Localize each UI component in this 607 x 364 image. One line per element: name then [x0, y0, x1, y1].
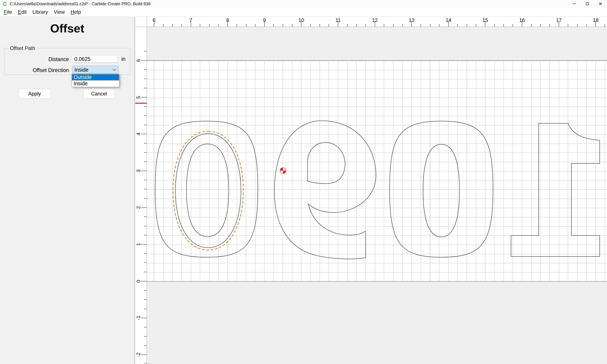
stock-grid-area: [147, 60, 607, 282]
hruler-tick: [577, 24, 578, 27]
vruler-tick: [144, 309, 147, 309]
vruler-label: 2: [135, 204, 141, 211]
menu-item-help[interactable]: Help: [68, 8, 84, 17]
vruler-tick: [144, 143, 147, 143]
vruler-label: 5: [135, 94, 141, 101]
vruler-tick: [141, 60, 147, 61]
hruler-tick: [246, 24, 246, 27]
combobox-value: Inside: [72, 67, 113, 73]
vruler-tick: [144, 235, 147, 235]
hruler-label: 12: [369, 17, 381, 23]
vruler-tick: [144, 125, 147, 125]
window-controls: ×: [568, 0, 607, 8]
distance-input[interactable]: [72, 55, 117, 63]
offset-dialog-panel: Offset Offset Path Distance in Offset Di…: [0, 17, 135, 364]
vruler-tick: [141, 134, 147, 134]
hruler-label: 10: [295, 17, 307, 23]
hruler-tick: [172, 24, 173, 27]
canvas-viewport[interactable]: [147, 27, 607, 364]
hruler-label: 6: [148, 17, 160, 23]
hruler-tick: [329, 24, 329, 27]
vruler-tick: [141, 244, 147, 245]
hruler-tick: [549, 24, 550, 27]
window-title: C:\Users\willa\Downloads\address01.c2d* …: [10, 1, 150, 6]
hruler-tick: [467, 24, 467, 27]
hruler-tick: [586, 24, 587, 27]
menu-item-edit[interactable]: Edit: [15, 8, 29, 17]
vruler-tick: [141, 207, 147, 208]
vruler-tick: [144, 116, 147, 116]
cursor-position-marker: [135, 103, 147, 104]
hruler-label: 7: [185, 17, 197, 23]
restore-button[interactable]: [581, 0, 594, 8]
vruler-label: -1: [135, 315, 141, 321]
hruler-tick: [503, 24, 504, 27]
vruler-tick: [144, 161, 147, 162]
menu-bar: FileEditLibraryViewHelp: [0, 8, 607, 17]
hruler-label: 16: [516, 17, 528, 23]
groupbox-label: Offset Path: [8, 45, 37, 51]
hruler-tick: [402, 24, 403, 27]
hruler-label: 11: [332, 17, 344, 23]
offset-direction-combobox[interactable]: Inside: [72, 66, 119, 74]
hruler-label: 13: [405, 17, 418, 23]
hruler-tick: [439, 24, 439, 27]
hruler-tick: [393, 24, 394, 27]
vruler-tick: [144, 290, 147, 290]
hruler-tick: [283, 24, 283, 27]
vruler-tick: [141, 281, 147, 281]
hruler-tick: [366, 24, 366, 27]
hruler-tick: [319, 24, 320, 27]
hruler-tick: [430, 24, 430, 27]
dropdown-option-inside[interactable]: Inside: [72, 80, 119, 87]
hruler-tick: [209, 24, 210, 27]
vruler-tick: [144, 299, 147, 300]
vruler-tick: [144, 78, 147, 79]
dialog-title: Offset: [0, 22, 134, 35]
hruler-tick: [494, 24, 495, 27]
dropdown-option-outside[interactable]: Outside: [72, 74, 119, 80]
hruler-tick: [356, 24, 356, 27]
vruler-tick: [144, 336, 147, 337]
hruler-tick: [384, 24, 384, 27]
vruler-label: 6: [135, 57, 141, 64]
minimize-button[interactable]: [568, 0, 581, 8]
vruler-tick: [144, 272, 147, 272]
vertical-ruler: 6543210-1-2: [135, 27, 147, 364]
hruler-tick: [163, 24, 164, 27]
chevron-down-icon: [113, 68, 116, 71]
hruler-label: 8: [221, 17, 234, 23]
vruler-tick: [144, 226, 147, 226]
hruler-label: 17: [553, 17, 565, 23]
cancel-button[interactable]: Cancel: [83, 89, 115, 99]
horizontal-ruler: 6789101112131415161718: [147, 17, 607, 27]
close-button[interactable]: ×: [594, 0, 607, 8]
vruler-tick: [144, 152, 147, 153]
offset-direction-dropdown-list: OutsideInside: [72, 74, 119, 87]
vruler-label: 0: [135, 278, 141, 284]
vruler-tick: [141, 318, 147, 318]
menu-item-file[interactable]: File: [1, 8, 15, 17]
design-canvas-area: 6789101112131415161718 6543210-1-2: [135, 17, 607, 364]
app-logo-icon: C: [2, 1, 8, 7]
hruler-label: 9: [258, 17, 271, 23]
restore-icon: [586, 2, 589, 5]
vruler-tick: [144, 189, 147, 189]
offset-direction-label: Offset Direction: [13, 67, 69, 73]
hruler-tick: [292, 24, 292, 27]
apply-button[interactable]: Apply: [19, 89, 51, 99]
hruler-tick: [605, 24, 605, 27]
menu-item-library[interactable]: Library: [29, 8, 51, 17]
hruler-tick: [310, 24, 311, 27]
vruler-tick: [144, 253, 147, 254]
close-icon: ×: [599, 1, 602, 7]
vruler-tick: [141, 354, 147, 355]
menu-item-view[interactable]: View: [51, 8, 68, 17]
hruler-tick: [237, 24, 237, 27]
hruler-tick: [568, 24, 568, 27]
distance-label: Distance: [25, 56, 69, 62]
hruler-tick: [273, 24, 274, 27]
hruler-tick: [182, 24, 182, 27]
vruler-label: -2: [135, 351, 141, 358]
hruler-tick: [200, 24, 200, 27]
